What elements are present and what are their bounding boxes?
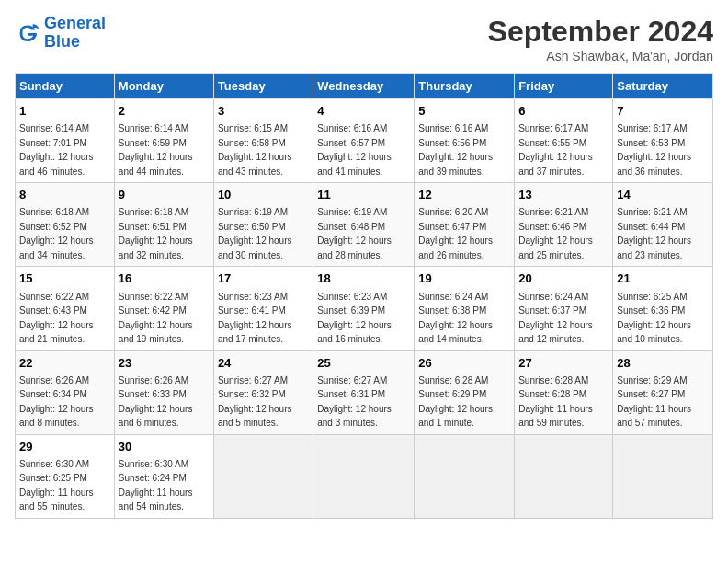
calendar-cell: 4Sunrise: 6:16 AM Sunset: 6:57 PM Daylig… xyxy=(313,99,415,183)
weekday-header: Saturday xyxy=(613,74,713,99)
calendar-cell: 29Sunrise: 6:30 AM Sunset: 6:25 PM Dayli… xyxy=(16,434,115,518)
calendar-cell: 6Sunrise: 6:17 AM Sunset: 6:55 PM Daylig… xyxy=(515,99,613,183)
title-section: September 2024 Ash Shawbak, Ma'an, Jorda… xyxy=(488,15,713,63)
calendar-cell: 15Sunrise: 6:22 AM Sunset: 6:43 PM Dayli… xyxy=(16,267,115,350)
day-number: 29 xyxy=(19,439,110,455)
calendar-cell: 24Sunrise: 6:27 AM Sunset: 6:32 PM Dayli… xyxy=(213,350,313,434)
weekday-header: Wednesday xyxy=(313,74,415,99)
calendar-cell: 23Sunrise: 6:26 AM Sunset: 6:33 PM Dayli… xyxy=(114,350,213,434)
day-number: 25 xyxy=(317,355,410,372)
day-number: 16 xyxy=(119,270,210,287)
day-detail: Sunrise: 6:22 AM Sunset: 6:43 PM Dayligh… xyxy=(19,292,94,345)
calendar-week-row: 1Sunrise: 6:14 AM Sunset: 7:01 PM Daylig… xyxy=(16,99,713,183)
day-detail: Sunrise: 6:16 AM Sunset: 6:57 PM Dayligh… xyxy=(317,123,392,177)
calendar-cell: 27Sunrise: 6:28 AM Sunset: 6:28 PM Dayli… xyxy=(515,350,613,434)
weekday-header: Monday xyxy=(114,74,213,99)
day-number: 20 xyxy=(518,270,609,287)
day-number: 5 xyxy=(418,103,510,120)
day-detail: Sunrise: 6:29 AM Sunset: 6:27 PM Dayligh… xyxy=(617,375,691,429)
day-detail: Sunrise: 6:22 AM Sunset: 6:42 PM Dayligh… xyxy=(119,292,193,345)
day-detail: Sunrise: 6:15 AM Sunset: 6:58 PM Dayligh… xyxy=(218,123,292,177)
weekday-header: Sunday xyxy=(16,74,115,99)
calendar-cell: 13Sunrise: 6:21 AM Sunset: 6:46 PM Dayli… xyxy=(515,183,613,267)
calendar-cell: 19Sunrise: 6:24 AM Sunset: 6:38 PM Dayli… xyxy=(415,267,515,350)
day-number: 23 xyxy=(119,355,210,372)
day-number: 8 xyxy=(19,187,110,203)
day-detail: Sunrise: 6:28 AM Sunset: 6:29 PM Dayligh… xyxy=(418,375,493,429)
day-detail: Sunrise: 6:14 AM Sunset: 6:59 PM Dayligh… xyxy=(119,123,193,177)
day-number: 18 xyxy=(317,270,410,287)
day-detail: Sunrise: 6:26 AM Sunset: 6:33 PM Dayligh… xyxy=(119,375,193,429)
calendar-cell: 22Sunrise: 6:26 AM Sunset: 6:34 PM Dayli… xyxy=(16,350,115,434)
calendar-cell xyxy=(213,434,313,518)
day-detail: Sunrise: 6:27 AM Sunset: 6:32 PM Dayligh… xyxy=(218,375,292,429)
calendar-cell: 3Sunrise: 6:15 AM Sunset: 6:58 PM Daylig… xyxy=(213,99,313,183)
day-number: 22 xyxy=(19,355,110,372)
day-detail: Sunrise: 6:27 AM Sunset: 6:31 PM Dayligh… xyxy=(317,375,392,429)
day-number: 28 xyxy=(617,355,709,372)
day-number: 19 xyxy=(418,270,510,287)
day-detail: Sunrise: 6:17 AM Sunset: 6:55 PM Dayligh… xyxy=(518,123,593,177)
location: Ash Shawbak, Ma'an, Jordan xyxy=(488,49,713,63)
calendar-cell xyxy=(515,434,613,518)
calendar-cell: 12Sunrise: 6:20 AM Sunset: 6:47 PM Dayli… xyxy=(415,183,515,267)
day-detail: Sunrise: 6:19 AM Sunset: 6:48 PM Dayligh… xyxy=(317,207,392,260)
month-title: September 2024 xyxy=(488,15,713,49)
day-number: 10 xyxy=(218,187,309,203)
day-number: 1 xyxy=(19,103,110,120)
day-detail: Sunrise: 6:20 AM Sunset: 6:47 PM Dayligh… xyxy=(418,207,493,260)
day-number: 24 xyxy=(218,355,309,372)
day-number: 15 xyxy=(19,270,110,287)
day-detail: Sunrise: 6:14 AM Sunset: 7:01 PM Dayligh… xyxy=(19,123,94,177)
calendar-cell xyxy=(313,434,415,518)
day-detail: Sunrise: 6:25 AM Sunset: 6:36 PM Dayligh… xyxy=(617,292,691,345)
calendar-cell: 10Sunrise: 6:19 AM Sunset: 6:50 PM Dayli… xyxy=(213,183,313,267)
day-detail: Sunrise: 6:24 AM Sunset: 6:37 PM Dayligh… xyxy=(518,292,593,345)
day-number: 21 xyxy=(617,270,709,287)
day-number: 9 xyxy=(119,187,210,203)
day-detail: Sunrise: 6:23 AM Sunset: 6:39 PM Dayligh… xyxy=(317,292,392,345)
calendar-cell: 1Sunrise: 6:14 AM Sunset: 7:01 PM Daylig… xyxy=(16,99,115,183)
day-number: 17 xyxy=(218,270,309,287)
day-number: 6 xyxy=(518,103,609,120)
calendar-table: SundayMondayTuesdayWednesdayThursdayFrid… xyxy=(15,73,713,519)
day-number: 12 xyxy=(418,187,510,203)
calendar-cell: 30Sunrise: 6:30 AM Sunset: 6:24 PM Dayli… xyxy=(114,434,213,518)
day-number: 13 xyxy=(518,187,609,203)
day-detail: Sunrise: 6:30 AM Sunset: 6:25 PM Dayligh… xyxy=(19,459,94,512)
day-detail: Sunrise: 6:16 AM Sunset: 6:56 PM Dayligh… xyxy=(418,123,493,177)
calendar-cell xyxy=(415,434,515,518)
day-number: 7 xyxy=(617,103,709,120)
day-number: 14 xyxy=(617,187,709,203)
day-detail: Sunrise: 6:30 AM Sunset: 6:24 PM Dayligh… xyxy=(119,459,193,512)
calendar-cell: 11Sunrise: 6:19 AM Sunset: 6:48 PM Dayli… xyxy=(313,183,415,267)
day-detail: Sunrise: 6:21 AM Sunset: 6:46 PM Dayligh… xyxy=(518,207,593,260)
calendar-cell: 7Sunrise: 6:17 AM Sunset: 6:53 PM Daylig… xyxy=(613,99,713,183)
calendar-week-row: 22Sunrise: 6:26 AM Sunset: 6:34 PM Dayli… xyxy=(16,350,713,434)
logo-icon xyxy=(15,20,40,46)
calendar-cell: 18Sunrise: 6:23 AM Sunset: 6:39 PM Dayli… xyxy=(313,267,415,350)
weekday-header: Friday xyxy=(515,74,613,99)
calendar-cell: 16Sunrise: 6:22 AM Sunset: 6:42 PM Dayli… xyxy=(114,267,213,350)
calendar-cell: 28Sunrise: 6:29 AM Sunset: 6:27 PM Dayli… xyxy=(613,350,713,434)
day-detail: Sunrise: 6:21 AM Sunset: 6:44 PM Dayligh… xyxy=(617,207,691,260)
calendar-cell: 2Sunrise: 6:14 AM Sunset: 6:59 PM Daylig… xyxy=(114,99,213,183)
weekday-header-row: SundayMondayTuesdayWednesdayThursdayFrid… xyxy=(16,74,713,99)
day-detail: Sunrise: 6:26 AM Sunset: 6:34 PM Dayligh… xyxy=(19,375,94,429)
calendar-cell: 8Sunrise: 6:18 AM Sunset: 6:52 PM Daylig… xyxy=(16,183,115,267)
day-detail: Sunrise: 6:18 AM Sunset: 6:52 PM Dayligh… xyxy=(19,207,94,260)
day-detail: Sunrise: 6:17 AM Sunset: 6:53 PM Dayligh… xyxy=(617,123,691,177)
day-detail: Sunrise: 6:18 AM Sunset: 6:51 PM Dayligh… xyxy=(119,207,193,260)
day-number: 30 xyxy=(119,439,210,455)
calendar-week-row: 29Sunrise: 6:30 AM Sunset: 6:25 PM Dayli… xyxy=(16,434,713,518)
calendar-cell xyxy=(613,434,713,518)
calendar-cell: 17Sunrise: 6:23 AM Sunset: 6:41 PM Dayli… xyxy=(213,267,313,350)
day-detail: Sunrise: 6:28 AM Sunset: 6:28 PM Dayligh… xyxy=(518,375,593,429)
day-number: 2 xyxy=(119,103,210,120)
calendar-week-row: 8Sunrise: 6:18 AM Sunset: 6:52 PM Daylig… xyxy=(16,183,713,267)
calendar-cell: 9Sunrise: 6:18 AM Sunset: 6:51 PM Daylig… xyxy=(114,183,213,267)
day-detail: Sunrise: 6:24 AM Sunset: 6:38 PM Dayligh… xyxy=(418,292,493,345)
day-number: 11 xyxy=(317,187,410,203)
logo: General Blue xyxy=(15,15,106,52)
calendar-cell: 20Sunrise: 6:24 AM Sunset: 6:37 PM Dayli… xyxy=(515,267,613,350)
